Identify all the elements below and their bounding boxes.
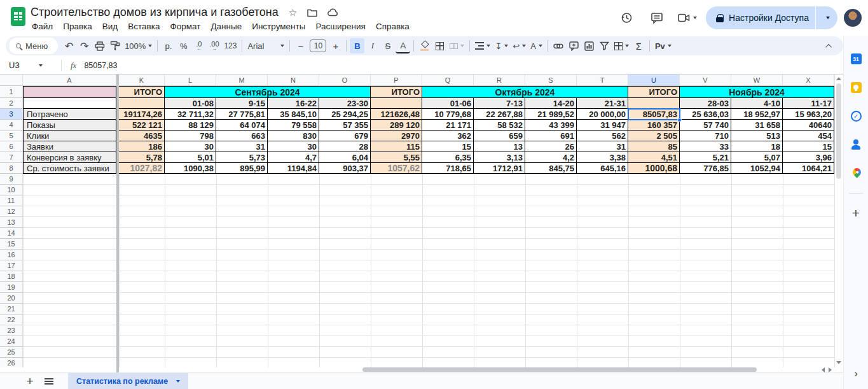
col-header-V[interactable]: V <box>680 74 731 86</box>
cell-M5[interactable]: 663 <box>216 131 268 141</box>
row-header-19[interactable]: 19 <box>0 282 23 293</box>
menu-edit[interactable]: Правка <box>58 20 97 32</box>
all-sheets-button[interactable] <box>39 373 59 389</box>
cell-Q3[interactable]: 10 779,68 <box>422 109 474 120</box>
row-header-5[interactable]: 5 <box>0 131 23 141</box>
undo-button[interactable]: ↶ <box>62 38 76 53</box>
row-header-6[interactable]: 6 <box>0 141 23 152</box>
row-header-20[interactable]: 20 <box>0 293 23 304</box>
cell-V6[interactable]: 33 <box>680 141 731 152</box>
cell-L4[interactable]: 88 129 <box>165 120 216 131</box>
row-header-15[interactable]: 15 <box>0 239 23 250</box>
move-folder-icon[interactable] <box>307 8 317 17</box>
comments-icon[interactable] <box>645 6 669 29</box>
scroll-up-arrow[interactable] <box>836 77 841 80</box>
toolbar-menu-search[interactable]: Меню <box>9 38 58 54</box>
cell-O6[interactable]: 28 <box>319 141 371 152</box>
collapse-toolbar-button[interactable] <box>822 38 837 53</box>
maps-icon[interactable] <box>851 166 862 178</box>
cell-L2[interactable]: 01-08 <box>165 98 216 109</box>
cell-X2[interactable]: 11-17 <box>783 98 834 109</box>
name-box[interactable]: U3 <box>0 57 61 74</box>
cell-Q8[interactable]: 718,65 <box>422 163 474 174</box>
scroll-right-arrow[interactable] <box>829 367 832 372</box>
cell-P3[interactable]: 121626,48 <box>371 109 422 120</box>
col-header-L[interactable]: L <box>165 74 216 86</box>
col-header-S[interactable]: S <box>525 74 577 86</box>
cell-X7[interactable]: 3,96 <box>783 152 834 163</box>
row-header-21[interactable]: 21 <box>0 304 23 315</box>
cell-L8[interactable]: 1090,38 <box>165 163 216 174</box>
cell-A8[interactable]: Ср. стоимость заявки <box>23 163 116 174</box>
cell-K8[interactable]: 1027,82 <box>119 163 165 174</box>
cell-M4[interactable]: 64 074 <box>216 120 268 131</box>
col-header-K[interactable]: K <box>119 74 165 86</box>
col-header-T[interactable]: T <box>577 74 628 86</box>
cell-M3[interactable]: 27 775,81 <box>216 109 268 120</box>
cell-U7[interactable]: 4,51 <box>628 152 680 163</box>
cell-N2[interactable]: 16-22 <box>268 98 319 109</box>
row-header-2[interactable]: 2 <box>0 98 23 109</box>
row-header-17[interactable]: 17 <box>0 260 23 271</box>
row-header-11[interactable]: 11 <box>0 195 23 206</box>
cell-W8[interactable]: 1052,94 <box>731 163 783 174</box>
camera-dropdown-caret[interactable] <box>693 17 697 19</box>
cell-S6[interactable]: 26 <box>525 141 577 152</box>
cell-T5[interactable]: 562 <box>577 131 628 141</box>
cell-V7[interactable]: 5,21 <box>680 152 731 163</box>
cell-Q5[interactable]: 362 <box>422 131 474 141</box>
row-header-25[interactable]: 25 <box>0 347 23 358</box>
col-header-Q[interactable]: Q <box>422 74 474 86</box>
font-select[interactable]: Arial <box>245 38 286 53</box>
row-header-1[interactable]: 1 <box>0 86 23 98</box>
cell-T2[interactable]: 21-31 <box>577 98 628 109</box>
col-header-R[interactable]: R <box>474 74 525 86</box>
name-box-caret[interactable] <box>39 64 43 67</box>
month-header-2[interactable]: Октябрь 2024 <box>422 86 628 98</box>
cell-V2[interactable]: 28-03 <box>680 98 731 109</box>
text-rotation-button[interactable]: A <box>528 38 544 53</box>
selection-fill-handle[interactable] <box>677 118 682 122</box>
row-header-4[interactable]: 4 <box>0 120 23 131</box>
menu-data[interactable]: Данные <box>205 20 247 32</box>
calendar-icon[interactable]: 31 <box>851 53 862 64</box>
cell-O3[interactable]: 25 294,25 <box>319 109 371 120</box>
cell-K7[interactable]: 5,78 <box>119 152 165 163</box>
print-button[interactable] <box>92 38 107 53</box>
col-header-U[interactable]: U <box>628 74 680 86</box>
cell-O4[interactable]: 57 355 <box>319 120 371 131</box>
cell-K2[interactable] <box>119 98 165 109</box>
format-currency-button[interactable]: р. <box>161 38 176 53</box>
cell-M8[interactable]: 895,99 <box>216 163 268 174</box>
cell-R3[interactable]: 22 267,88 <box>474 109 525 120</box>
row-header-23[interactable]: 23 <box>0 325 23 336</box>
functions-button[interactable]: Σ <box>631 38 646 53</box>
meet-camera-icon[interactable] <box>675 6 699 29</box>
cell-S5[interactable]: 691 <box>525 131 577 141</box>
share-button[interactable]: Настройки Доступа <box>706 6 837 29</box>
keep-icon[interactable] <box>851 82 862 93</box>
vertical-scrollbar-thumb[interactable] <box>836 83 841 179</box>
cell-A5[interactable]: Клики <box>23 131 116 141</box>
hide-side-panel-chevron[interactable]: › <box>854 367 858 380</box>
version-history-icon[interactable] <box>614 6 638 29</box>
cell-U4[interactable]: 160 357 <box>628 120 680 131</box>
menu-extensions[interactable]: Расширения <box>310 20 371 32</box>
cell-X6[interactable]: 15 <box>783 141 834 152</box>
cell-U1[interactable]: ИТОГО <box>628 86 680 98</box>
cloud-status-icon[interactable] <box>327 8 339 17</box>
col-header-N[interactable]: N <box>268 74 319 86</box>
cell-Q4[interactable]: 21 171 <box>422 120 474 131</box>
cell-K3[interactable]: 191174,26 <box>119 109 165 120</box>
cell-W4[interactable]: 31 658 <box>731 120 783 131</box>
cell-L7[interactable]: 5,01 <box>165 152 216 163</box>
cell-X3[interactable]: 15 963,20 <box>783 109 834 120</box>
col-header-X[interactable]: X <box>783 74 834 86</box>
cell-P4[interactable]: 289 120 <box>371 120 422 131</box>
decrease-font-size-button[interactable]: − <box>293 38 308 53</box>
cell-A7[interactable]: Конверсия в заявку <box>23 152 116 163</box>
cell-W2[interactable]: 4-10 <box>731 98 783 109</box>
col-header-P[interactable]: P <box>371 74 422 86</box>
row-header-9[interactable]: 9 <box>0 174 23 185</box>
font-size-input[interactable]: 10 <box>310 39 326 52</box>
